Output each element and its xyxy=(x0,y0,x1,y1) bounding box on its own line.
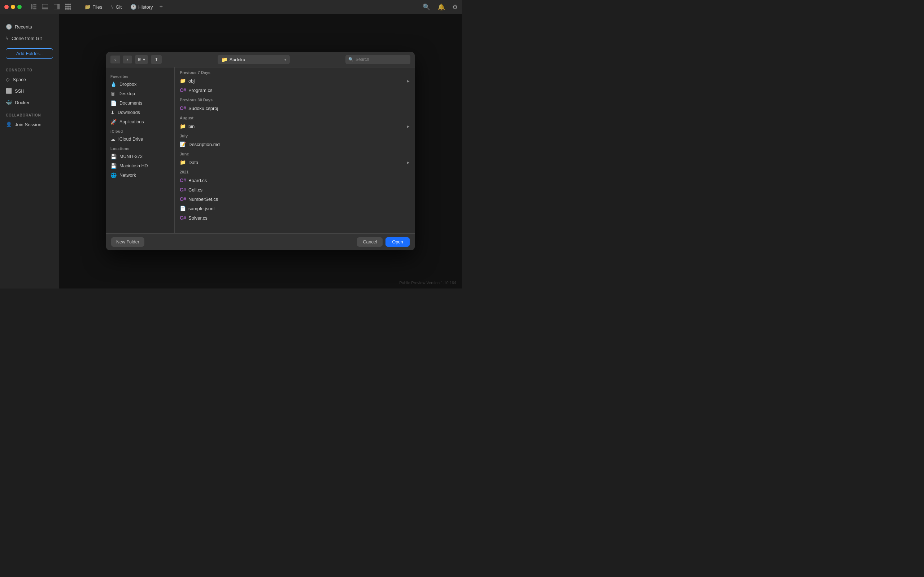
dropbox-label: Dropbox xyxy=(120,82,136,87)
cs-icon-4: C# xyxy=(180,187,186,193)
svg-rect-0 xyxy=(31,4,32,10)
dialog-footer-actions: Cancel Open xyxy=(357,237,410,247)
add-tab-button[interactable]: + xyxy=(157,3,165,11)
icloud-label: iCloud xyxy=(106,127,174,134)
location-folder-icon: 📁 xyxy=(221,56,228,62)
file-row-obj[interactable]: 📁 obj ▶ xyxy=(175,76,415,85)
svg-rect-1 xyxy=(33,4,36,5)
cs-icon-5: C# xyxy=(180,196,186,202)
sidebar: 🕐 Recents ⑂ Clone from Git Add Folder...… xyxy=(0,14,59,288)
gear-icon[interactable]: ⚙ xyxy=(452,3,458,11)
tab-files[interactable]: 📁 Files xyxy=(80,3,107,11)
sidebar-item-docker[interactable]: 🐳 Docker xyxy=(0,97,59,108)
header-right: 🔍 🔔 ⚙ xyxy=(423,3,458,11)
join-session-icon: 👤 xyxy=(6,121,12,127)
content-area: ‹ › ⊞ ▾ ⬆ 📁 Sudoku ▾ xyxy=(59,14,462,288)
close-button[interactable] xyxy=(4,5,9,9)
folder-icon-2: 📁 xyxy=(180,123,186,129)
sidebar-applications[interactable]: 🚀 Applications xyxy=(106,117,174,127)
downloads-icon: ⬇ xyxy=(110,110,115,115)
sidebar-network[interactable]: 🌐 Network xyxy=(106,171,174,180)
network-label: Network xyxy=(120,173,136,178)
git-icon: ⑂ xyxy=(111,4,114,10)
jsonl-icon: 📄 xyxy=(180,206,186,211)
sidebar-documents[interactable]: 📄 Documents xyxy=(106,98,174,108)
file-name-sample-jsonl: sample.jsonl xyxy=(188,206,215,211)
back-button[interactable]: ‹ xyxy=(110,56,120,63)
join-session-label: Join Session xyxy=(15,122,42,127)
grid-icon[interactable] xyxy=(65,3,71,10)
right-panel-icon[interactable] xyxy=(53,3,60,10)
add-folder-button[interactable]: Add Folder... xyxy=(6,48,53,59)
bell-icon[interactable]: 🔔 xyxy=(438,3,445,11)
view-mode-button[interactable]: ⊞ ▾ xyxy=(135,55,148,64)
location-caret: ▾ xyxy=(284,58,286,62)
macintosh-hd-label: Macintosh HD xyxy=(120,163,148,168)
search-box[interactable]: 🔍 xyxy=(346,55,410,64)
minimize-button[interactable] xyxy=(11,5,15,9)
sidebar-munit[interactable]: 💾 MUNIT-372 xyxy=(106,152,174,161)
tab-git[interactable]: ⑂ Git xyxy=(107,3,126,11)
file-row-cell-cs[interactable]: C# Cell.cs xyxy=(175,185,415,194)
titlebar-icons xyxy=(30,3,71,10)
bottom-panel-icon[interactable] xyxy=(42,3,48,10)
tab-history[interactable]: 🕐 History xyxy=(126,3,157,11)
cs-icon-6: C# xyxy=(180,215,186,221)
favorites-label: Favorites xyxy=(106,72,174,80)
applications-label: Applications xyxy=(120,119,144,124)
files-icon: 📁 xyxy=(84,4,90,10)
sidebar-icloud-drive[interactable]: ☁ iCloud Drive xyxy=(106,134,174,144)
new-folder-button[interactable]: New Folder xyxy=(111,237,144,247)
svg-rect-4 xyxy=(42,4,48,8)
cs-icon-3: C# xyxy=(180,177,186,183)
folder-icon-3: 📁 xyxy=(180,160,186,165)
sidebar-toggle-icon[interactable] xyxy=(30,3,37,10)
search-icon[interactable]: 🔍 xyxy=(423,3,430,11)
file-row-sudoku-csproj[interactable]: C# Sudoku.csproj xyxy=(175,103,415,113)
sidebar-desktop[interactable]: 🖥 Desktop xyxy=(106,89,174,98)
sidebar-downloads[interactable]: ⬇ Downloads xyxy=(106,108,174,117)
action-button[interactable]: ⬆ xyxy=(151,55,162,64)
maximize-button[interactable] xyxy=(17,5,22,9)
sidebar-item-join-session[interactable]: 👤 Join Session xyxy=(0,119,59,130)
sidebar-dropbox[interactable]: 💧 Dropbox xyxy=(106,80,174,89)
view-icon: ⊞ xyxy=(138,57,142,62)
sidebar-item-clone[interactable]: ⑂ Clone from Git xyxy=(0,32,59,44)
cancel-button[interactable]: Cancel xyxy=(357,237,383,247)
search-input[interactable] xyxy=(355,57,407,62)
file-row-solver-cs[interactable]: C# Solver.cs xyxy=(175,213,415,222)
sidebar-item-space[interactable]: ◇ Space xyxy=(0,74,59,85)
open-button[interactable]: Open xyxy=(386,237,410,247)
cs-icon: C# xyxy=(180,87,186,93)
file-row-program-cs[interactable]: C# Program.cs xyxy=(175,85,415,95)
sidebar-item-recents[interactable]: 🕐 Recents xyxy=(0,21,59,32)
documents-label: Documents xyxy=(120,101,142,106)
section-previous-7-days: Previous 7 Days xyxy=(175,68,415,76)
svg-rect-7 xyxy=(57,4,60,10)
file-row-bin[interactable]: 📁 bin ▶ xyxy=(175,121,415,131)
icloud-icon: ☁ xyxy=(110,136,115,142)
file-row-numberset-cs[interactable]: C# NumberSet.cs xyxy=(175,194,415,204)
downloads-label: Downloads xyxy=(118,110,140,115)
file-name-description-md: Description.md xyxy=(188,142,220,147)
svg-rect-2 xyxy=(33,6,36,8)
file-row-data[interactable]: 📁 Data ▶ xyxy=(175,158,415,167)
applications-icon: 🚀 xyxy=(110,119,116,125)
file-row-description-md[interactable]: 📝 Description.md xyxy=(175,140,415,149)
dialog-overlay: ‹ › ⊞ ▾ ⬆ 📁 Sudoku ▾ xyxy=(59,14,462,288)
forward-button[interactable]: › xyxy=(123,56,132,63)
sidebar-item-ssh[interactable]: ⬜ SSH xyxy=(0,85,59,97)
dropbox-icon: 💧 xyxy=(110,82,116,87)
file-row-sample-jsonl[interactable]: 📄 sample.jsonl xyxy=(175,204,415,213)
space-label: Space xyxy=(13,77,26,82)
section-july: July xyxy=(175,131,415,140)
sidebar-macintosh-hd[interactable]: 💾 Macintosh HD xyxy=(106,161,174,171)
file-row-board-cs[interactable]: C# Board.cs xyxy=(175,176,415,185)
clone-label: Clone from Git xyxy=(11,36,42,41)
icloud-drive-label: iCloud Drive xyxy=(118,137,143,142)
arrow-icon-3: ▶ xyxy=(407,161,410,164)
traffic-lights xyxy=(4,5,22,9)
location-select[interactable]: 📁 Sudoku ▾ xyxy=(218,55,290,64)
desktop-label: Desktop xyxy=(118,91,135,96)
arrow-icon-2: ▶ xyxy=(407,124,410,128)
